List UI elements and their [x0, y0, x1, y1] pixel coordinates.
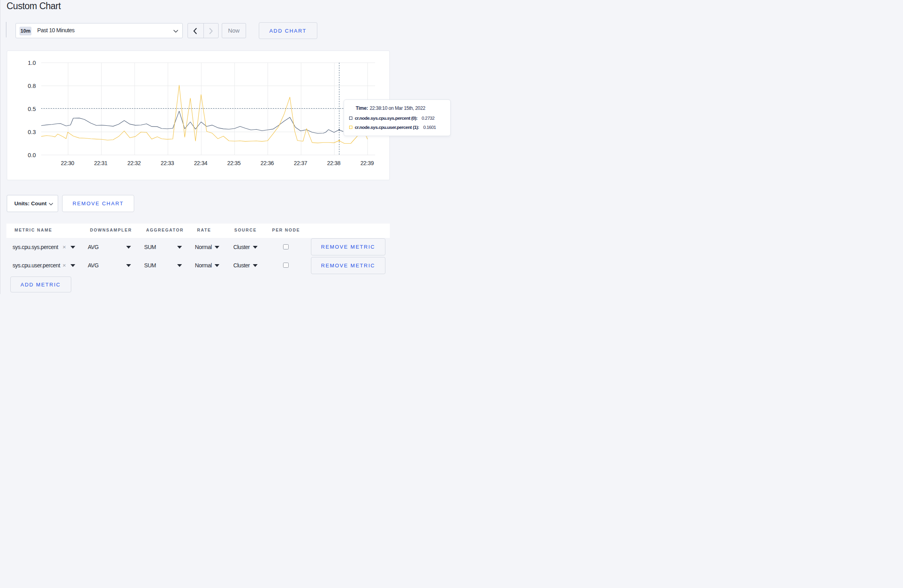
svg-text:22:39: 22:39	[360, 160, 374, 166]
svg-text:22:33: 22:33	[161, 160, 174, 166]
svg-text:22:34: 22:34	[194, 160, 207, 166]
svg-text:22:35: 22:35	[227, 160, 241, 166]
svg-text:22:30: 22:30	[61, 160, 74, 166]
svg-text:0.5: 0.5	[28, 105, 36, 112]
svg-text:0.3: 0.3	[28, 129, 36, 135]
svg-text:22:38: 22:38	[327, 160, 341, 166]
svg-text:22:36: 22:36	[260, 160, 274, 166]
svg-text:22:32: 22:32	[127, 160, 141, 166]
svg-text:22:37: 22:37	[294, 160, 307, 166]
svg-text:22:31: 22:31	[94, 160, 108, 166]
svg-text:0.0: 0.0	[28, 152, 36, 158]
svg-text:1.0: 1.0	[28, 59, 36, 66]
svg-text:0.8: 0.8	[28, 82, 36, 89]
